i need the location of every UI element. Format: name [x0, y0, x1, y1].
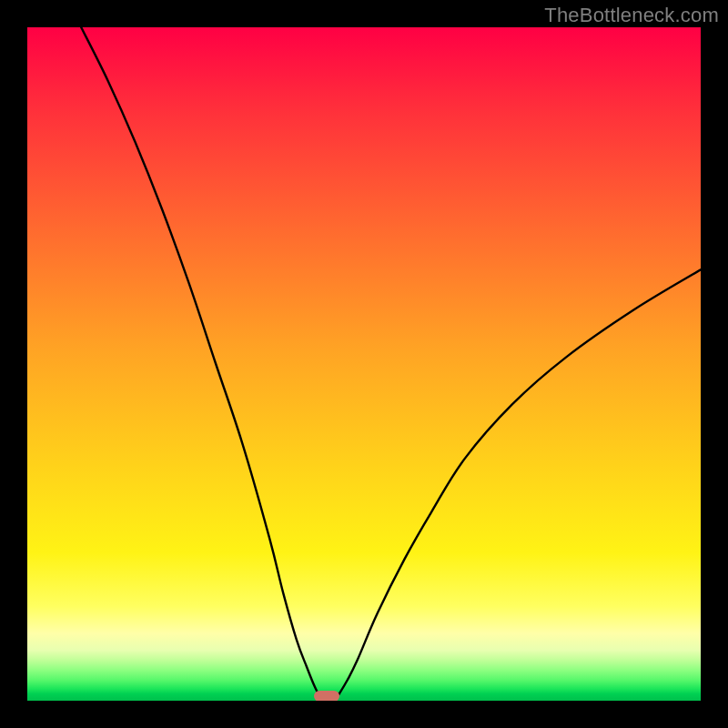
watermark-text: TheBottleneck.com [544, 4, 719, 27]
curve-left-branch [81, 27, 318, 694]
bottleneck-curve [27, 27, 701, 701]
curve-right-branch [339, 269, 701, 693]
trough-marker [314, 691, 339, 701]
chart-stage: TheBottleneck.com [0, 0, 728, 728]
plot-area [27, 27, 701, 701]
